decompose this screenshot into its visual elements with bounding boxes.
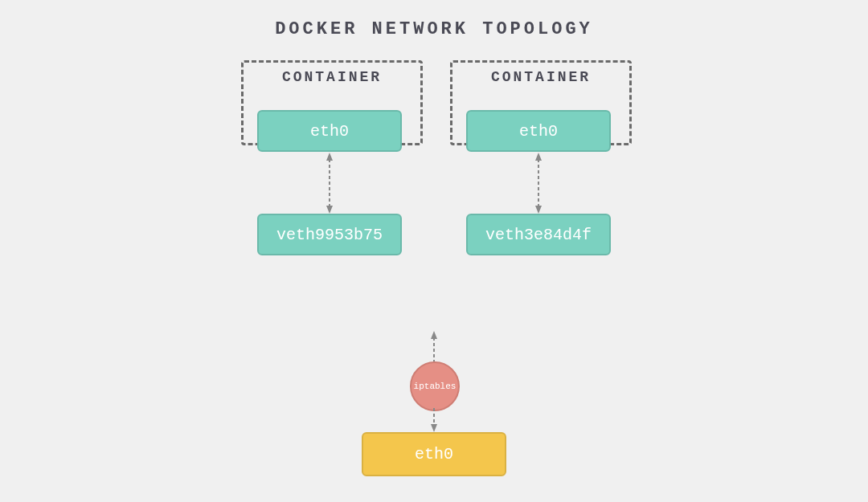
- svg-marker-2: [326, 206, 333, 214]
- svg-marker-9: [431, 424, 437, 432]
- veth-node-1: veth9953b75: [257, 214, 402, 255]
- arrow-eth-veth-1: [326, 153, 333, 214]
- iptables-text: iptables: [414, 382, 457, 391]
- container-label-1: CONTAINER: [244, 69, 420, 85]
- container-label-2: CONTAINER: [452, 69, 629, 85]
- docker0-text: Docker0: [396, 289, 470, 309]
- svg-marker-4: [535, 153, 542, 161]
- host-eth0: eth0: [362, 432, 506, 476]
- container-eth0-2: eth0: [466, 110, 611, 152]
- arrow-eth-veth-2: [535, 153, 542, 214]
- host-eth0-text: eth0: [415, 445, 453, 463]
- arrow-iptables-host: [431, 408, 437, 432]
- veth-node-2: veth3e84d4f: [466, 214, 611, 255]
- svg-marker-7: [431, 331, 437, 339]
- container-eth0-2-text: eth0: [519, 122, 558, 141]
- svg-marker-5: [535, 206, 542, 214]
- veth-1-text: veth9953b75: [276, 226, 383, 244]
- iptables-node: iptables: [410, 361, 460, 411]
- veth-2-text: veth3e84d4f: [485, 226, 592, 244]
- diagram-canvas: DOCKER NETWORK TOPOLOGY CONTAINER eth0 C…: [0, 0, 868, 502]
- svg-marker-1: [326, 153, 333, 161]
- container-eth0-1-text: eth0: [310, 122, 349, 141]
- container-eth0-1: eth0: [257, 110, 402, 152]
- diagram-title: DOCKER NETWORK TOPOLOGY: [0, 19, 868, 39]
